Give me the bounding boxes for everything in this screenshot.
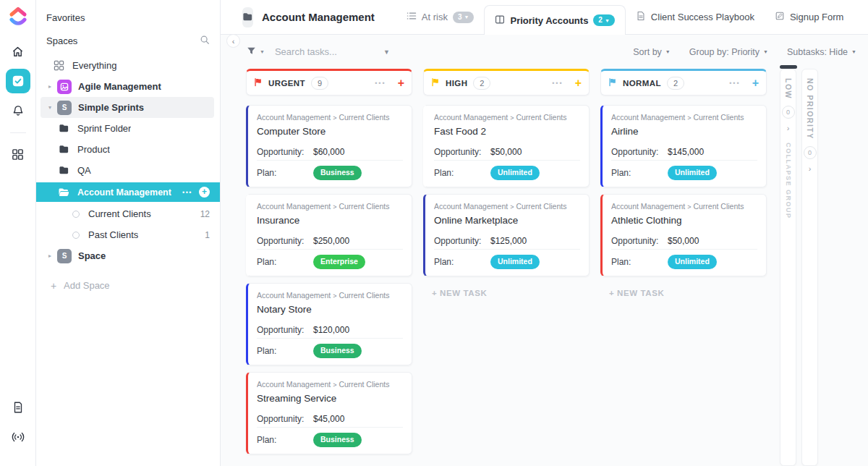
- collapse-sidebar-button[interactable]: ‹: [226, 34, 240, 48]
- ellipsis-icon[interactable]: •••: [552, 80, 563, 87]
- task-title: Insurance: [257, 215, 403, 226]
- space-avatar-icon: [57, 80, 72, 94]
- plan-badge[interactable]: Unlimited: [668, 255, 717, 269]
- caret-down-icon: ▼: [464, 14, 469, 20]
- plan-badge[interactable]: Unlimited: [490, 255, 540, 269]
- search-tasks-input[interactable]: Search tasks...: [275, 46, 383, 57]
- task-title: Airline: [611, 126, 757, 137]
- toolbar-right: Sort by ▼ Group by: Priority ▼ Subtasks:…: [633, 47, 856, 57]
- tab-count-badge[interactable]: 3▼: [453, 12, 475, 23]
- card-breadcrumb: Account Management>Current Clients: [257, 113, 403, 122]
- chevron-right-icon[interactable]: ▸: [45, 83, 55, 90]
- pulse-icon[interactable]: [6, 425, 30, 449]
- task-card-insurance[interactable]: Account Management>Current ClientsInsura…: [246, 194, 412, 276]
- list-circle-icon: [72, 211, 80, 218]
- subtasks-button[interactable]: Subtasks: Hide ▼: [787, 47, 856, 57]
- sidebar-item-account-management[interactable]: Account Management•••+: [36, 182, 220, 202]
- opportunity-label: Opportunity:: [611, 147, 668, 157]
- task-card-airline[interactable]: Account Management>Current ClientsAirlin…: [600, 105, 767, 187]
- group-by-button[interactable]: Group by: Priority ▼: [689, 47, 768, 57]
- plan-badge[interactable]: Unlimited: [490, 166, 540, 180]
- plan-badge[interactable]: Business: [313, 433, 362, 447]
- folder-icon: [56, 143, 71, 157]
- column-name: HIGH: [446, 79, 467, 88]
- sort-by-button[interactable]: Sort by ▼: [633, 47, 671, 57]
- plan-field: Plan:Unlimited: [611, 160, 757, 187]
- column-header-urgent[interactable]: URGENT9•••+: [246, 69, 412, 96]
- column-count: 9: [311, 77, 328, 90]
- task-card-online-marketplace[interactable]: Account Management>Current ClientsOnline…: [423, 194, 590, 276]
- task-card-streaming-service[interactable]: Account Management>Current ClientsStream…: [246, 372, 412, 454]
- task-card-notary-store[interactable]: Account Management>Current ClientsNotary…: [246, 283, 412, 365]
- opportunity-value: $145,000: [668, 147, 704, 157]
- spaces-section[interactable]: Spaces: [36, 29, 220, 52]
- space-avatar: S: [57, 101, 72, 115]
- opportunity-field: Opportunity:$125,000: [434, 236, 580, 246]
- tab-signup-form[interactable]: Signup Form: [765, 0, 854, 34]
- task-card-fast-food-2[interactable]: Account Management>Current ClientsFast F…: [423, 105, 590, 187]
- sidebar-item-simple-sprints[interactable]: ▾SSimple Sprints: [41, 97, 214, 118]
- sidebar-item-product[interactable]: Product: [36, 139, 220, 160]
- sidebar-item-qa[interactable]: QA: [36, 160, 220, 181]
- clickup-logo-icon[interactable]: [8, 6, 28, 27]
- sidebar-item-past-clients[interactable]: Past Clients1: [36, 224, 220, 245]
- add-task-plus-icon[interactable]: +: [398, 77, 404, 90]
- column-urgent: URGENT9•••+Account Management>Current Cl…: [246, 69, 412, 466]
- new-task-button[interactable]: + NEW TASK: [423, 283, 590, 297]
- tab-client-success-playbook[interactable]: Client Success Playbook: [626, 0, 765, 34]
- task-card-athletic-clothing[interactable]: Account Management>Current ClientsAthlet…: [600, 194, 767, 276]
- sidebar-item-label: QA: [77, 165, 91, 176]
- horizontal-scrollbar-thumb[interactable]: [780, 65, 797, 69]
- collapsed-column-low[interactable]: LOW0›COLLAPSE GROUP: [780, 69, 796, 466]
- column-header-normal[interactable]: NORMAL2•••+: [600, 69, 767, 96]
- tasks-checkbox-icon[interactable]: [6, 69, 30, 93]
- new-task-button[interactable]: + NEW TASK: [600, 283, 767, 297]
- sidebar-item-everything[interactable]: Everything: [36, 55, 220, 76]
- sidebar-item-space[interactable]: ▸SSpace: [36, 245, 220, 266]
- favorites-label: Favorites: [46, 12, 85, 23]
- add-task-plus-icon[interactable]: +: [752, 77, 759, 90]
- favorites-section[interactable]: Favorites: [36, 6, 220, 29]
- card-breadcrumb: Account Management>Current Clients: [257, 291, 403, 300]
- plan-badge[interactable]: Enterprise: [313, 255, 365, 269]
- collapsed-column-no-priority[interactable]: NO PRIORITY0›: [801, 69, 818, 466]
- chevron-right-icon[interactable]: ›: [809, 164, 812, 173]
- tab-priority-accounts[interactable]: Priority Accounts2▼: [484, 5, 625, 35]
- plan-badge[interactable]: Unlimited: [668, 166, 717, 180]
- card-breadcrumb: Account Management>Current Clients: [257, 202, 403, 211]
- chevron-down-icon[interactable]: ▾: [45, 104, 55, 111]
- priority-flag-icon: [608, 77, 617, 90]
- toolbar: ▼ Search tasks... ▼ Sort by ▼ Group by: …: [221, 35, 868, 69]
- add-plus-icon[interactable]: +: [199, 187, 210, 198]
- opportunity-value: $45,000: [313, 414, 344, 424]
- ellipsis-icon[interactable]: •••: [375, 80, 386, 87]
- tab-count-badge[interactable]: 2▼: [593, 14, 615, 26]
- filter-button[interactable]: ▼: [247, 46, 265, 58]
- plan-field: Plan:Unlimited: [611, 249, 757, 276]
- docs-icon[interactable]: [6, 395, 30, 420]
- plan-badge[interactable]: Business: [313, 344, 362, 358]
- search-icon[interactable]: [200, 35, 210, 47]
- sidebar-item-agile-management[interactable]: ▸Agile Management: [36, 76, 220, 97]
- ellipsis-icon[interactable]: •••: [182, 189, 192, 196]
- plan-label: Plan:: [434, 168, 490, 178]
- chevron-right-icon[interactable]: ▸: [45, 253, 55, 259]
- dashboards-grid-icon[interactable]: [6, 142, 30, 166]
- sidebar-item-current-clients[interactable]: Current Clients12: [36, 203, 220, 224]
- home-icon[interactable]: [6, 39, 30, 64]
- chevron-down-icon[interactable]: ▼: [383, 48, 390, 56]
- column-header-high[interactable]: HIGH2•••+: [423, 69, 590, 96]
- plan-badge[interactable]: Business: [313, 166, 362, 180]
- chevron-right-icon[interactable]: ›: [787, 124, 790, 132]
- notifications-bell-icon[interactable]: [6, 98, 30, 123]
- sidebar-tree: Everything▸Agile Management▾SSimple Spri…: [36, 55, 220, 296]
- sidebar-item-add-space[interactable]: +Add Space: [36, 275, 220, 296]
- sidebar-item-sprint-folder[interactable]: Sprint Folder: [36, 118, 220, 139]
- opportunity-label: Opportunity:: [611, 236, 668, 246]
- add-task-plus-icon[interactable]: +: [575, 77, 582, 90]
- plan-field: Plan:Unlimited: [434, 160, 580, 187]
- task-card-computer-store[interactable]: Account Management>Current ClientsComput…: [246, 105, 412, 187]
- ellipsis-icon[interactable]: •••: [729, 80, 740, 87]
- breadcrumb-space: Account Management: [257, 380, 331, 389]
- tab-at-risk[interactable]: At risk3▼: [396, 0, 485, 34]
